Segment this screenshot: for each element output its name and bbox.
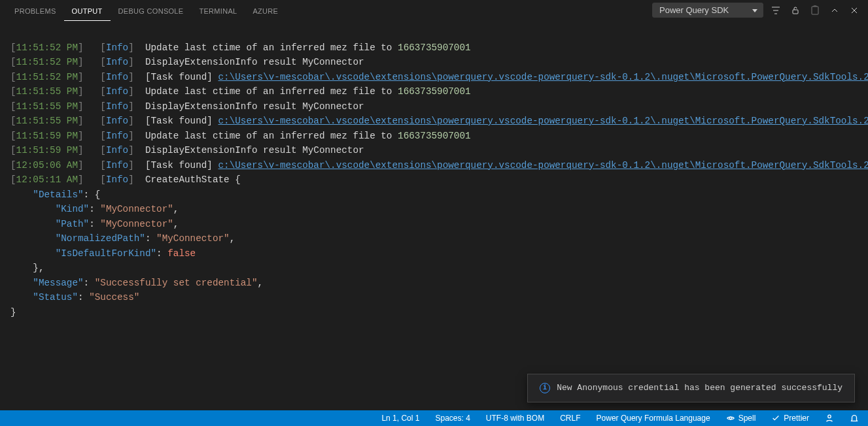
- clear-icon[interactable]: [808, 3, 822, 18]
- tab-debug-console[interactable]: DEBUG CONSOLE: [111, 2, 192, 20]
- svg-point-2: [729, 417, 732, 419]
- close-icon[interactable]: [847, 3, 861, 18]
- status-encoding[interactable]: UTF-8 with BOM: [483, 414, 547, 423]
- check-icon: [771, 414, 780, 423]
- tab-azure[interactable]: AZURE: [245, 2, 286, 20]
- svg-rect-1: [812, 7, 818, 14]
- tab-output[interactable]: OUTPUT: [64, 2, 111, 21]
- status-prettier[interactable]: Prettier: [769, 414, 812, 423]
- chevron-up-icon[interactable]: [827, 3, 842, 18]
- status-eol[interactable]: CRLF: [557, 414, 583, 423]
- bell-icon: [850, 414, 859, 423]
- panel-tabbar: PROBLEMS OUTPUT DEBUG CONSOLE TERMINAL A…: [0, 0, 868, 23]
- info-icon: i: [540, 383, 550, 393]
- output-panel[interactable]: [11:51:52 PM] [Info] Update last ctime o…: [0, 23, 868, 410]
- svg-rect-0: [793, 10, 798, 14]
- person-icon: [825, 414, 834, 423]
- eye-icon: [726, 414, 735, 423]
- dropdown-label: Power Query SDK: [659, 5, 729, 15]
- status-bell[interactable]: [847, 414, 861, 423]
- status-spell[interactable]: Spell: [723, 414, 759, 423]
- status-spaces[interactable]: Spaces: 4: [432, 414, 472, 423]
- tab-terminal[interactable]: TERMINAL: [191, 2, 245, 20]
- status-language[interactable]: Power Query Formula Language: [594, 414, 713, 423]
- status-bar: Ln 1, Col 1 Spaces: 4 UTF-8 with BOM CRL…: [0, 410, 868, 426]
- svg-point-3: [828, 415, 831, 418]
- lock-icon[interactable]: [788, 3, 803, 18]
- output-channel-dropdown[interactable]: Power Query SDK: [652, 3, 763, 18]
- status-feedback[interactable]: [822, 414, 837, 423]
- status-lncol[interactable]: Ln 1, Col 1: [379, 414, 422, 423]
- notification-toast[interactable]: i New Anonymous credential has been gene…: [527, 374, 855, 403]
- toast-text: New Anonymous credential has been genera…: [557, 381, 842, 396]
- filter-icon[interactable]: [769, 3, 783, 18]
- panel-right-controls: Power Query SDK: [652, 3, 861, 18]
- tab-problems[interactable]: PROBLEMS: [7, 2, 64, 20]
